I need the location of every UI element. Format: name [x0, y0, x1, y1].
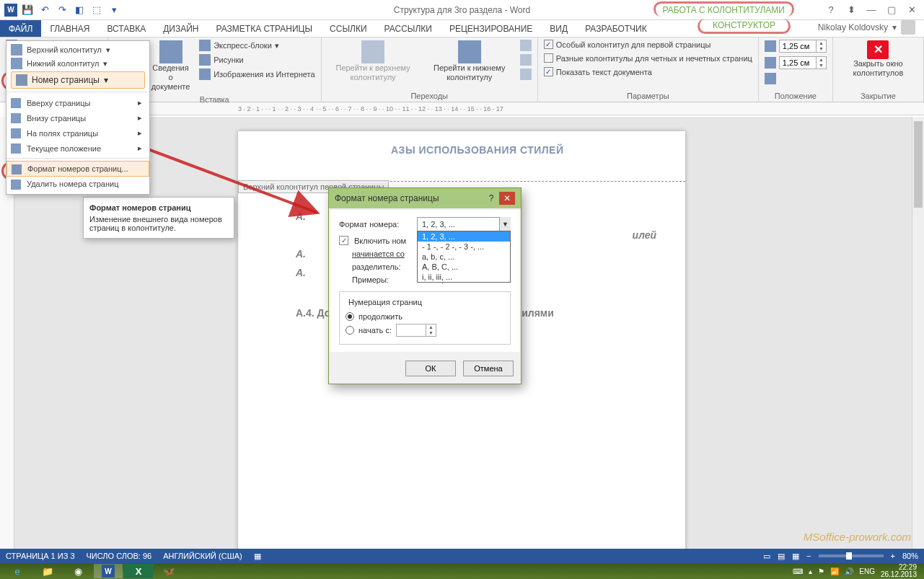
tab-review[interactable]: РЕЦЕНЗИРОВАНИЕ: [441, 20, 541, 37]
doc-info-button[interactable]: Сведения о документе: [146, 39, 195, 94]
dd-remove-page-numbers[interactable]: Удалить номера страниц: [6, 177, 149, 191]
close-header-footer-button[interactable]: ✕Закрыть окно колонтитулов: [837, 39, 919, 79]
tooltip-body: Изменение внешнего вида номеров страниц …: [89, 215, 222, 232]
tab-mailings[interactable]: РАССЫЛКИ: [376, 20, 441, 37]
user-account[interactable]: Nikolay Koldovsky▾: [818, 20, 915, 35]
dd-top-of-page[interactable]: Вверху страницы▸: [6, 95, 149, 110]
language-status[interactable]: АНГЛИЙСКИЙ (США): [163, 552, 242, 560]
tray-clock[interactable]: 22:2926.12.2013: [881, 564, 917, 579]
chevron-down-icon[interactable]: ▼: [499, 217, 511, 231]
tray-up-icon[interactable]: ▴: [809, 567, 812, 575]
view-web-icon[interactable]: ▦: [792, 552, 799, 561]
view-read-icon[interactable]: ▭: [763, 552, 770, 561]
explorer-icon[interactable]: 📁: [33, 564, 62, 578]
ok-button[interactable]: ОК: [405, 361, 456, 376]
qat-more-icon[interactable]: ▾: [107, 3, 121, 17]
header-zone[interactable]: АЗЫ ИСПОЛЬЗОВАНИЯ СТИЛЕЙ: [238, 131, 685, 182]
combo-option[interactable]: a, b, c, ...: [418, 252, 510, 262]
quick-parts-button[interactable]: Экспресс-блоки ▾: [198, 39, 316, 52]
combo-option[interactable]: - 1 -, - 2 -, - 3 -, ...: [418, 242, 510, 252]
excel-taskbar-icon[interactable]: X: [124, 564, 153, 578]
continue-radio[interactable]: продолжить: [346, 311, 504, 322]
footer-margin-input[interactable]: [780, 58, 816, 67]
align-tab-button[interactable]: [763, 72, 778, 85]
dialog-titlebar[interactable]: Формат номера страницы ? ✕: [329, 188, 521, 208]
spin-up-icon[interactable]: ▲: [816, 40, 826, 46]
close-icon[interactable]: ✕: [902, 3, 921, 17]
checkbox-icon: ✓: [544, 40, 553, 49]
spin-down-icon[interactable]: ▼: [816, 63, 826, 68]
tab-layout[interactable]: РАЗМЕТКА СТРАНИЦЫ: [208, 20, 322, 37]
tab-insert[interactable]: ВСТАВКА: [98, 20, 154, 37]
qat-item-icon[interactable]: ⬚: [89, 3, 104, 17]
network-icon[interactable]: 📶: [830, 567, 839, 575]
spin-up-icon[interactable]: ▲: [426, 324, 436, 330]
page-status[interactable]: СТРАНИЦА 1 ИЗ 3: [6, 552, 75, 560]
dialog-close-icon[interactable]: ✕: [499, 192, 515, 205]
redo-icon[interactable]: ↷: [55, 3, 69, 17]
minimize-icon[interactable]: —: [862, 3, 881, 17]
online-pictures-button[interactable]: Изображения из Интернета: [198, 68, 316, 81]
number-format-combo[interactable]: 1, 2, 3, ... ▼ 1, 2, 3, ... - 1 -, - 2 -…: [417, 217, 511, 231]
spin-down-icon[interactable]: ▼: [816, 46, 826, 52]
odd-even-checkbox[interactable]: Разные колонтитулы для четных и нечетных…: [542, 53, 754, 63]
tab-home[interactable]: ГЛАВНАЯ: [41, 20, 98, 37]
word-taskbar-icon[interactable]: W: [94, 564, 123, 578]
volume-icon[interactable]: 🔊: [845, 567, 853, 575]
chevron-down-icon: [520, 54, 532, 66]
dd-current-position[interactable]: Текущее положение▸: [6, 141, 149, 156]
ribbon-options-icon[interactable]: ⬍: [842, 3, 861, 17]
dd-header-top[interactable]: Верхний колонтитул ▾: [11, 44, 145, 56]
header-icon: [11, 44, 22, 56]
zoom-level[interactable]: 80%: [902, 552, 918, 560]
tab-developer[interactable]: РАЗРАБОТЧИК: [576, 20, 656, 37]
pictures-button[interactable]: Рисунки: [198, 53, 316, 66]
tab-design[interactable]: ДИЗАЙН: [154, 20, 207, 37]
macro-icon[interactable]: ▦: [254, 552, 261, 561]
word-count[interactable]: ЧИСЛО СЛОВ: 96: [87, 552, 152, 560]
scrollbar-thumb[interactable]: [914, 121, 923, 208]
chrome-icon[interactable]: ◉: [63, 564, 92, 578]
numbering-fieldset-title: Нумерация страниц: [346, 298, 425, 306]
dd-header-bottom[interactable]: Нижний колонтитул ▾: [11, 58, 145, 69]
combo-option[interactable]: 1, 2, 3, ...: [418, 231, 510, 242]
save-icon[interactable]: 💾: [20, 3, 35, 17]
tab-file[interactable]: ФАЙЛ: [0, 20, 41, 37]
footer-margin-spinner[interactable]: ▲▼: [763, 56, 828, 70]
zoom-in-icon[interactable]: +: [891, 552, 895, 560]
cancel-button[interactable]: Отмена: [463, 361, 514, 376]
dd-bottom-of-page[interactable]: Внизу страницы▸: [6, 110, 149, 125]
undo-icon[interactable]: ↶: [38, 3, 52, 17]
combo-option[interactable]: A, B, C, ...: [418, 262, 510, 272]
tab-designer[interactable]: КОНСТРУКТОР: [698, 19, 791, 34]
header-margin-spinner[interactable]: ▲▼: [763, 39, 828, 53]
zoom-out-icon[interactable]: −: [806, 552, 811, 560]
start-at-input[interactable]: [397, 326, 426, 335]
page-number-button[interactable]: Номер страницы ▾: [11, 71, 145, 89]
spin-down-icon[interactable]: ▼: [426, 330, 436, 336]
app-icon[interactable]: 🦋: [154, 564, 183, 578]
maximize-icon[interactable]: ▢: [882, 3, 901, 17]
first-page-checkbox[interactable]: ✓Особый колонтитул для первой страницы: [542, 39, 713, 50]
vertical-scrollbar[interactable]: [912, 117, 924, 549]
dd-page-margins[interactable]: На полях страницы▸: [6, 125, 149, 141]
help-icon[interactable]: ?: [822, 3, 840, 17]
horizontal-ruler[interactable]: 3 · 2 · 1 · · · 1 · · 2 · · 3 · · 4 · · …: [14, 102, 924, 115]
action-center-icon[interactable]: ⚑: [818, 567, 824, 575]
spin-up-icon[interactable]: ▲: [816, 57, 826, 63]
tab-references[interactable]: ССЫЛКИ: [321, 20, 375, 37]
tab-view[interactable]: ВИД: [541, 20, 576, 37]
qat-item-icon[interactable]: ◧: [72, 3, 87, 17]
go-footer-button[interactable]: Перейти к нижнему колонтитулу: [423, 39, 516, 84]
start-at-radio[interactable]: начать с: ▲▼: [346, 322, 504, 338]
zoom-slider[interactable]: [819, 554, 884, 557]
keyboard-icon[interactable]: ⌨: [793, 567, 803, 575]
dialog-help-icon[interactable]: ?: [483, 192, 499, 205]
ie-icon[interactable]: e: [3, 564, 32, 578]
combo-option[interactable]: i, ii, iii, ...: [418, 272, 510, 282]
header-margin-input[interactable]: [780, 42, 816, 50]
dd-format-page-numbers[interactable]: Формат номеров страниц...: [6, 161, 149, 177]
view-print-icon[interactable]: ▤: [778, 552, 785, 561]
tray-language[interactable]: ENG: [859, 567, 875, 575]
show-doc-checkbox[interactable]: ✓Показать текст документа: [542, 66, 654, 77]
